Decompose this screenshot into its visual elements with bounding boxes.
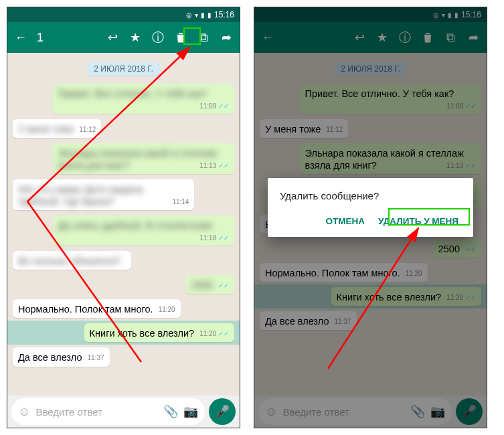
- message-bubble[interactable]: Нет. Я у мамы фото видела. Удобный. Где …: [13, 179, 194, 210]
- phone-right: ◎ ▾ ▮ ▮ 15:16 ← ↩ ★ ⓘ ⧉ ➦ 2 ИЮЛЯ 2018 Г.…: [254, 7, 487, 428]
- emoji-icon[interactable]: ☺: [18, 405, 30, 419]
- input-row: ☺ Введите ответ 📎 📷 🎤: [7, 396, 240, 428]
- message-bubble[interactable]: Да очень удобный. В стоплитхоме11:18 ✓✓: [53, 215, 234, 246]
- chat-area[interactable]: 2 ИЮЛЯ 2018 Г. Привет. Все отлично. У те…: [7, 53, 240, 396]
- camera-icon[interactable]: 📷: [183, 404, 198, 419]
- wifi-icon: ▾: [195, 11, 198, 19]
- message-text: Эльнара показала какой я стеллаж взяла д…: [58, 148, 217, 171]
- message-input[interactable]: ☺ Введите ответ 📎 📷: [11, 398, 205, 425]
- message-bubble[interactable]: Да все влезло11:37: [13, 347, 110, 366]
- message-text: Нет. Я у мамы фото видела. Удобный. Где …: [18, 184, 145, 207]
- date-chip: 2 ИЮЛЯ 2018 Г.: [87, 62, 160, 76]
- selection-count: 1: [37, 31, 99, 45]
- reply-icon[interactable]: ↩: [103, 28, 122, 47]
- phone-left: ◎ ▾ ▮ ▮ 15:16 ← 1 ↩ ★ ⓘ ⧉ ➦ 2 ИЮЛЯ 2018 …: [7, 7, 240, 428]
- message-time: 11:09 ✓✓: [199, 102, 229, 111]
- message-bubble[interactable]: Во сколько обошелся?: [13, 251, 131, 270]
- message-text: Да все влезло: [18, 352, 82, 363]
- message-bubble[interactable]: 2500 ✓✓: [186, 275, 234, 294]
- message-time: ✓✓: [218, 282, 229, 290]
- clock: 15:16: [214, 10, 234, 19]
- dialog-title: Удалить сообщение?: [280, 190, 461, 201]
- message-bubble[interactable]: Привет. Все отлично. У тебя как?11:09 ✓✓: [53, 84, 234, 114]
- message-text: Да очень удобный. В стоплитхоме: [58, 220, 213, 231]
- delete-icon[interactable]: [171, 28, 190, 47]
- star-icon[interactable]: ★: [126, 28, 145, 47]
- message-time: 11:37: [88, 354, 104, 363]
- status-bar: ◎ ▾ ▮ ▮ 15:16: [7, 7, 240, 22]
- info-icon[interactable]: ⓘ: [149, 28, 167, 47]
- mic-button[interactable]: 🎤: [209, 398, 236, 425]
- message-bubble[interactable]: Эльнара показала какой я стеллаж взяла д…: [53, 143, 234, 174]
- input-placeholder: Введите ответ: [35, 406, 158, 418]
- selection-toolbar: ← 1 ↩ ★ ⓘ ⧉ ➦: [7, 22, 240, 53]
- cancel-button[interactable]: ОТМЕНА: [323, 212, 368, 230]
- back-icon[interactable]: ←: [11, 28, 30, 47]
- message-time: 11:13 ✓✓: [199, 162, 229, 171]
- copy-icon[interactable]: ⧉: [194, 28, 213, 47]
- gps-icon: ◎: [186, 11, 192, 19]
- message-text: Во сколько обошелся?: [18, 256, 120, 266]
- message-bubble[interactable]: У меня тоже11:12: [13, 119, 101, 138]
- delete-for-me-button[interactable]: УДАЛИТЬ У МЕНЯ: [375, 212, 461, 230]
- message-time: 11:18 ✓✓: [199, 234, 229, 243]
- message-time: 11:20: [159, 306, 175, 315]
- message-time: 11:12: [79, 126, 96, 135]
- message-text: 2500: [191, 280, 213, 290]
- message-text: Книги хоть все влезли?: [90, 328, 195, 339]
- battery-icon: ▮: [207, 11, 212, 19]
- signal-icon: ▮: [201, 11, 205, 19]
- forward-icon[interactable]: ➦: [217, 28, 236, 47]
- attach-icon[interactable]: 📎: [163, 404, 178, 419]
- message-time: 11:14: [172, 198, 189, 207]
- message-bubble[interactable]: Нормально. Полок там много.11:20: [13, 299, 181, 318]
- delete-dialog: Удалить сообщение? ОТМЕНА УДАЛИТЬ У МЕНЯ: [268, 178, 473, 237]
- message-text: Привет. Все отлично. У тебя как?: [58, 88, 207, 99]
- message-time: 11:20 ✓✓: [199, 330, 229, 339]
- message-text: У меня тоже: [18, 124, 74, 135]
- message-text: Нормально. Полок там много.: [18, 304, 153, 315]
- message-bubble[interactable]: Книги хоть все влезли?11:20 ✓✓: [84, 323, 234, 342]
